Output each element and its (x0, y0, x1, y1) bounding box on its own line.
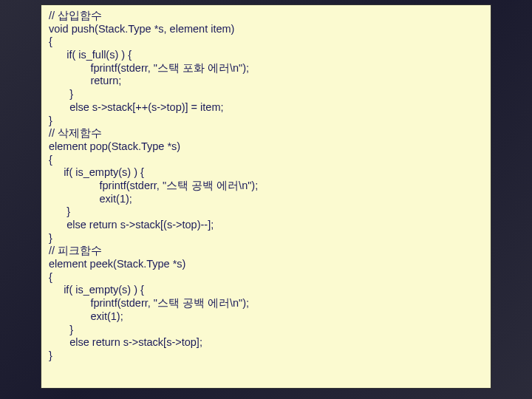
code-line: } (49, 88, 483, 101)
code-line: element pop(Stack.Type *s) (49, 140, 483, 154)
code-line: } (49, 115, 483, 128)
code-line: if( is_empty(s) ) { (49, 166, 483, 180)
code-line: } (49, 324, 483, 337)
code-line: { (49, 35, 483, 49)
code-line: fprintf(stderr, "스택 공백 에러\n"); (49, 180, 483, 193)
code-line: exit(1); (49, 310, 483, 324)
code-line: } (49, 232, 483, 245)
code-line: { (49, 154, 483, 167)
code-line: // 삭제함수 (49, 127, 483, 140)
code-line: return; (49, 75, 483, 88)
code-line: } (49, 205, 483, 219)
code-line: // 피크함수 (49, 245, 483, 258)
code-line: } (49, 349, 483, 363)
code-panel: // 삽입함수void push(Stack.Type *s, element … (41, 4, 491, 389)
code-line: { (49, 271, 483, 284)
code-line: fprintf(stderr, "스택 포화 에러\n"); (49, 62, 483, 75)
code-line: else return s->stack[(s->top)--]; (49, 219, 483, 232)
code-line: if( is_empty(s) ) { (49, 284, 483, 297)
code-line: void push(Stack.Type *s, element item) (49, 23, 483, 36)
code-line: element peek(Stack.Type *s) (49, 258, 483, 271)
code-line: if( is_full(s) ) { (49, 49, 483, 62)
code-line: else return s->stack[s->top]; (49, 336, 483, 349)
code-line: // 삽입함수 (49, 10, 483, 23)
code-line: exit(1); (49, 193, 483, 206)
code-line: fprintf(stderr, "스택 공백 에러\n"); (49, 297, 483, 310)
code-line: else s->stack[++(s->top)] = item; (49, 101, 483, 115)
